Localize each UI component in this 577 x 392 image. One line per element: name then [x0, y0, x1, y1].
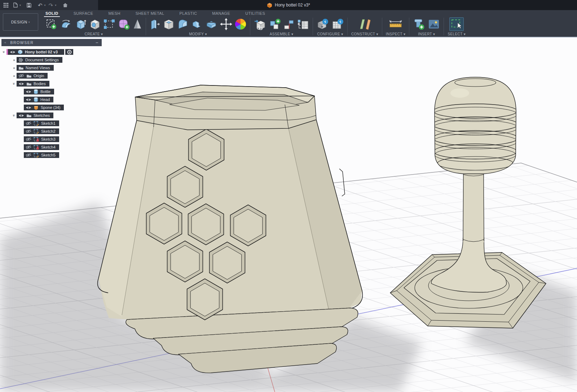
visibility-eye-icon[interactable] — [10, 50, 16, 54]
browser-row-root[interactable]: » Hony bottel 02 v3 — [1, 49, 102, 55]
visibility-eye-off-icon[interactable] — [26, 153, 31, 157]
sketch-icon — [34, 129, 39, 134]
group-label-construct[interactable]: CONSTRUCT ▾ — [351, 32, 378, 36]
chevron-down-icon[interactable]: » — [12, 81, 16, 86]
redo-caret-icon[interactable]: ▾ — [55, 4, 56, 7]
visibility-eye-off-icon[interactable] — [26, 137, 31, 141]
group-label-assemble[interactable]: ASSEMBLE ▾ — [270, 32, 294, 36]
visibility-eye-off-icon[interactable] — [18, 74, 24, 78]
browser-row-bottle[interactable]: Bottle — [1, 89, 102, 94]
visibility-eye-icon[interactable] — [26, 106, 31, 110]
extrude-icon[interactable] — [75, 18, 87, 30]
browser-item-label: Head — [40, 97, 50, 102]
pattern-icon[interactable] — [103, 18, 115, 30]
file-caret-icon[interactable]: ▾ — [19, 4, 21, 7]
group-label-select[interactable]: SELECT ▾ — [448, 32, 466, 36]
chevron-down-icon[interactable]: » — [12, 113, 16, 118]
visibility-eye-off-icon[interactable] — [26, 121, 31, 125]
tab-utilities[interactable]: UTILITIES — [244, 11, 267, 16]
shell-icon[interactable] — [163, 18, 175, 30]
group-label-configure[interactable]: CONFIGURE ▾ — [317, 32, 343, 36]
browser-row-document-settings[interactable]: »Document Settings — [1, 57, 102, 63]
fillet-icon[interactable] — [177, 18, 189, 30]
group-label-modify[interactable]: MODIFY ▾ — [189, 32, 207, 36]
browser-collapse-icon[interactable]: « — [4, 41, 7, 44]
hole-icon[interactable] — [89, 18, 101, 30]
revolve-icon[interactable] — [60, 18, 72, 30]
honey-bottle-model[interactable] — [98, 85, 363, 373]
browser-row-sketch3[interactable]: Sketch3 — [1, 136, 102, 142]
sketch-lock-icon — [34, 145, 39, 150]
visibility-eye-off-icon[interactable] — [26, 145, 31, 149]
folder-icon — [18, 66, 23, 70]
chevron-right-icon[interactable]: » — [12, 74, 17, 78]
tab-sheet-metal[interactable]: SHEET METAL — [134, 11, 166, 16]
measure-icon[interactable] — [388, 19, 403, 30]
move-icon[interactable] — [220, 18, 232, 30]
workspace-selector[interactable]: DESIGN▾ — [3, 13, 38, 31]
press-pull-icon[interactable] — [150, 18, 160, 30]
browser-item-label: Spone (34) — [41, 105, 60, 110]
group-label-insert[interactable]: INSERT ▾ — [418, 32, 435, 36]
browser-row-bodies[interactable]: »Bodies — [1, 81, 102, 87]
browser-minimize-icon[interactable]: − — [96, 40, 99, 45]
joint-icon[interactable] — [283, 18, 294, 30]
home-icon[interactable] — [63, 3, 68, 8]
visibility-eye-icon[interactable] — [18, 114, 24, 118]
browser-row-named-views[interactable]: »Named Views — [1, 65, 102, 71]
chevron-right-icon[interactable]: » — [12, 58, 17, 62]
tab-manage[interactable]: MANAGE — [211, 11, 232, 16]
create-form-icon[interactable] — [118, 18, 130, 30]
insert-fastener-icon[interactable] — [413, 18, 425, 30]
save-icon[interactable] — [27, 3, 31, 8]
tab-plastic[interactable]: PLASTIC — [178, 11, 199, 16]
redo-icon[interactable]: ↷ — [49, 3, 53, 8]
browser-row-origin[interactable]: »Origin — [1, 73, 102, 79]
group-modify: MODIFY ▾ — [147, 16, 249, 37]
chevron-down-icon[interactable]: » — [2, 49, 6, 54]
tab-solid[interactable]: SOLID — [44, 11, 60, 16]
folder-icon — [26, 74, 31, 78]
visibility-eye-icon[interactable] — [26, 90, 31, 94]
create-sketch-icon[interactable] — [45, 18, 58, 30]
visibility-eye-icon[interactable] — [18, 82, 24, 86]
sketch-lock-icon — [34, 137, 39, 142]
group-label-create[interactable]: CREATE ▾ — [85, 32, 103, 36]
group-label-inspect[interactable]: INSPECT ▾ — [386, 32, 406, 36]
chevron-right-icon[interactable]: » — [12, 66, 17, 70]
activate-component-icon[interactable] — [65, 49, 73, 55]
insert-derive-icon[interactable] — [254, 18, 266, 30]
bom-table-icon[interactable] — [297, 18, 309, 30]
browser-row-spone-34-[interactable]: Spone (34) — [1, 105, 102, 110]
new-component-icon[interactable] — [269, 18, 281, 30]
sketch-icon — [34, 121, 39, 126]
configure-icon[interactable] — [317, 18, 329, 30]
configure-table-icon[interactable] — [331, 18, 344, 30]
browser-row-sketch4[interactable]: Sketch4 — [1, 144, 102, 150]
gear-icon — [18, 58, 23, 62]
undo-caret-icon[interactable]: ▾ — [44, 4, 46, 7]
file-icon[interactable] — [13, 3, 18, 8]
appearance-icon[interactable] — [235, 18, 246, 30]
insert-image-icon[interactable] — [428, 19, 440, 30]
undo-icon[interactable]: ↶ — [38, 3, 43, 8]
app-grid-icon[interactable] — [4, 3, 8, 8]
browser-row-sketch5[interactable]: Sketch5 — [1, 152, 102, 158]
select-tool-icon[interactable] — [449, 17, 464, 31]
browser-row-sketch2[interactable]: Sketch2 — [1, 128, 102, 134]
browser-row-sketch1[interactable]: Sketch1 — [1, 120, 102, 126]
tab-surface[interactable]: SURFACE — [72, 11, 95, 16]
group-assemble: ASSEMBLE ▾ — [251, 16, 312, 37]
combine-icon[interactable] — [191, 18, 203, 30]
visibility-eye-icon[interactable] — [26, 98, 31, 102]
visibility-eye-off-icon[interactable] — [26, 129, 31, 133]
spone-icon — [34, 105, 39, 110]
rib-icon[interactable] — [133, 18, 142, 30]
split-body-icon[interactable] — [205, 18, 217, 30]
browser-row-head[interactable]: Head — [1, 97, 102, 102]
tab-mesh[interactable]: MESH — [107, 11, 122, 16]
group-select: SELECT ▾ — [445, 16, 468, 37]
browser-row-sketches[interactable]: »Sketches — [1, 113, 102, 118]
construct-plane-icon[interactable] — [357, 18, 372, 30]
honey-dipper-model[interactable] — [390, 77, 546, 328]
